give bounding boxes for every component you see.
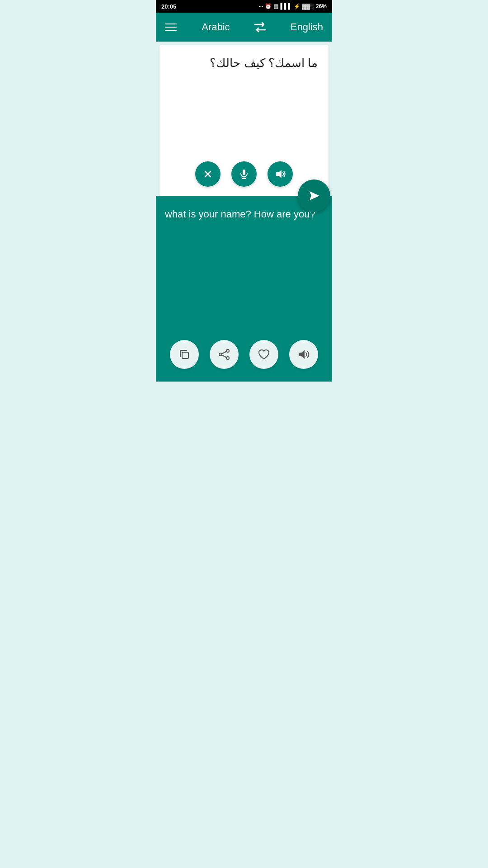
mic-button[interactable] — [231, 161, 257, 187]
svg-point-8 — [226, 349, 229, 352]
input-section: ما اسمك؟ كيف حالك؟ — [160, 45, 328, 196]
status-bar: 20:05 ··· ⏰ ▤ ▌▌▌ ⚡ ▓▓░ 26% — [156, 0, 332, 13]
svg-line-11 — [222, 352, 226, 354]
share-button[interactable] — [210, 340, 239, 369]
svg-line-12 — [222, 355, 226, 358]
favorite-button[interactable] — [249, 340, 278, 369]
menu-button[interactable] — [165, 24, 178, 31]
status-time: 20:05 — [161, 3, 176, 10]
svg-marker-5 — [276, 170, 282, 178]
battery-icon: ▓▓░ — [302, 3, 314, 9]
output-actions-bar — [165, 333, 323, 373]
svg-marker-13 — [299, 350, 305, 359]
clear-button[interactable] — [195, 161, 221, 187]
source-language-label[interactable]: Arabic — [202, 21, 230, 33]
swap-languages-button[interactable] — [253, 21, 267, 33]
status-icons: ··· ⏰ ▤ ▌▌▌ ⚡ ▓▓░ 26% — [258, 3, 327, 9]
arabic-input-text[interactable]: ما اسمك؟ كيف حالك؟ — [160, 45, 328, 154]
alarm-icon: ⏰ — [265, 3, 272, 9]
speaker-output-button[interactable] — [289, 340, 318, 369]
translated-output-text: what is your name? How are you? — [165, 207, 323, 333]
svg-point-10 — [219, 353, 222, 356]
speaker-input-button[interactable] — [267, 161, 293, 187]
svg-rect-7 — [182, 352, 188, 359]
battery-percent: 26% — [316, 3, 327, 9]
output-section: what is your name? How are you? — [156, 196, 332, 382]
svg-point-9 — [226, 357, 229, 359]
charge-icon: ⚡ — [294, 3, 300, 9]
dots-icon: ··· — [258, 3, 263, 9]
svg-rect-2 — [243, 170, 245, 175]
main-content: ما اسمك؟ كيف حالك؟ — [156, 42, 332, 382]
send-button[interactable] — [298, 179, 330, 212]
target-language-label[interactable]: English — [291, 21, 323, 33]
nav-bar: Arabic English — [156, 13, 332, 42]
signal-icon: ▌▌▌ — [280, 3, 292, 9]
sim-icon: ▤ — [273, 3, 278, 9]
svg-marker-6 — [310, 191, 319, 200]
copy-button[interactable] — [170, 340, 199, 369]
